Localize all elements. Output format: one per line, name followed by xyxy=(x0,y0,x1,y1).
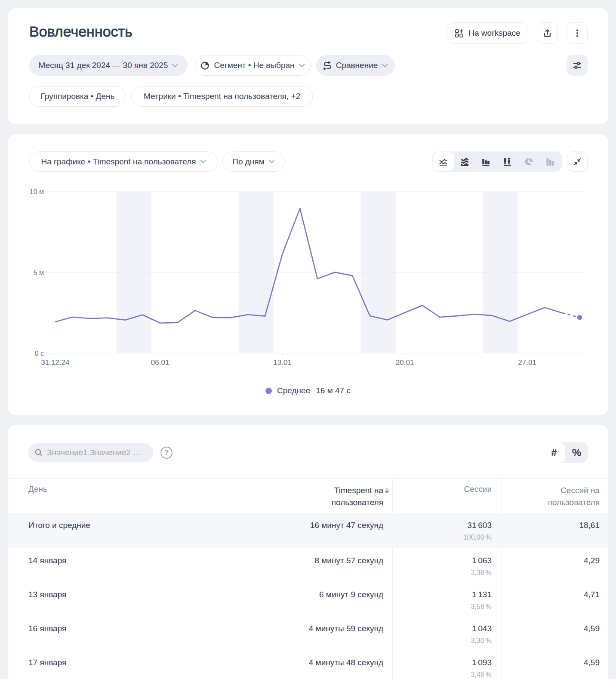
svg-text:31.12.24: 31.12.24 xyxy=(41,358,69,367)
svg-text:27.01: 27.01 xyxy=(518,358,536,367)
svg-text:20.01: 20.01 xyxy=(396,358,414,367)
svg-text:10 м: 10 м xyxy=(30,188,44,195)
svg-text:0 с: 0 с xyxy=(35,350,44,357)
svg-text:06.01: 06.01 xyxy=(151,358,169,367)
svg-text:13.01: 13.01 xyxy=(273,358,292,367)
svg-text:5 м: 5 м xyxy=(34,269,44,276)
